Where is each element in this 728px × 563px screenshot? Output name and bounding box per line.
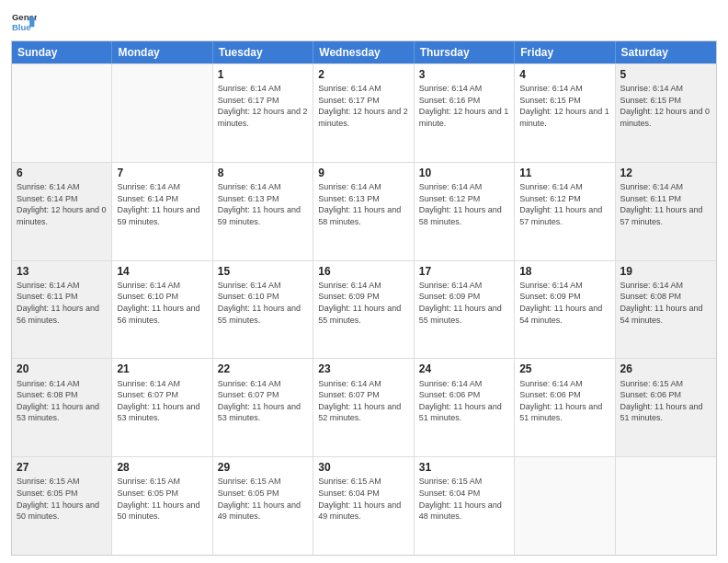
day-header-tuesday: Tuesday bbox=[213, 41, 313, 63]
calendar-cell: 18Sunrise: 6:14 AM Sunset: 6:09 PM Dayli… bbox=[515, 261, 615, 359]
cell-info: Sunrise: 6:14 AM Sunset: 6:08 PM Dayligh… bbox=[17, 378, 107, 424]
day-number: 2 bbox=[318, 67, 408, 82]
calendar-cell: 12Sunrise: 6:14 AM Sunset: 6:11 PM Dayli… bbox=[616, 163, 716, 260]
calendar-cell: 24Sunrise: 6:14 AM Sunset: 6:06 PM Dayli… bbox=[415, 359, 515, 456]
header: General Blue bbox=[11, 9, 717, 35]
cell-info: Sunrise: 6:14 AM Sunset: 6:13 PM Dayligh… bbox=[218, 181, 308, 227]
day-number: 18 bbox=[519, 264, 609, 279]
cell-info: Sunrise: 6:14 AM Sunset: 6:13 PM Dayligh… bbox=[318, 181, 408, 227]
day-header-wednesday: Wednesday bbox=[313, 41, 414, 63]
cell-info: Sunrise: 6:14 AM Sunset: 6:14 PM Dayligh… bbox=[117, 181, 207, 227]
calendar-week-4: 20Sunrise: 6:14 AM Sunset: 6:08 PM Dayli… bbox=[12, 358, 716, 456]
calendar-cell: 21Sunrise: 6:14 AM Sunset: 6:07 PM Dayli… bbox=[112, 359, 212, 456]
calendar-cell: 28Sunrise: 6:15 AM Sunset: 6:05 PM Dayli… bbox=[112, 457, 212, 555]
day-number: 17 bbox=[419, 264, 509, 279]
cell-info: Sunrise: 6:14 AM Sunset: 6:12 PM Dayligh… bbox=[419, 181, 509, 227]
calendar-body: 1Sunrise: 6:14 AM Sunset: 6:17 PM Daylig… bbox=[12, 63, 716, 555]
calendar-cell: 13Sunrise: 6:14 AM Sunset: 6:11 PM Dayli… bbox=[12, 261, 112, 359]
calendar-week-1: 1Sunrise: 6:14 AM Sunset: 6:17 PM Daylig… bbox=[12, 63, 716, 162]
calendar-cell: 4Sunrise: 6:14 AM Sunset: 6:15 PM Daylig… bbox=[515, 64, 615, 162]
calendar-cell: 20Sunrise: 6:14 AM Sunset: 6:08 PM Dayli… bbox=[12, 359, 112, 456]
day-number: 8 bbox=[218, 166, 308, 180]
day-number: 3 bbox=[419, 67, 509, 82]
day-number: 22 bbox=[218, 362, 308, 376]
cell-info: Sunrise: 6:14 AM Sunset: 6:16 PM Dayligh… bbox=[419, 83, 509, 129]
calendar-cell bbox=[616, 457, 716, 555]
day-number: 5 bbox=[620, 67, 711, 82]
calendar-cell: 6Sunrise: 6:14 AM Sunset: 6:14 PM Daylig… bbox=[12, 163, 112, 260]
day-number: 4 bbox=[519, 67, 609, 82]
calendar-cell bbox=[515, 457, 615, 555]
day-number: 10 bbox=[419, 166, 509, 180]
logo: General Blue bbox=[11, 9, 37, 35]
cell-info: Sunrise: 6:14 AM Sunset: 6:09 PM Dayligh… bbox=[519, 280, 609, 326]
day-number: 16 bbox=[318, 264, 408, 279]
cell-info: Sunrise: 6:14 AM Sunset: 6:11 PM Dayligh… bbox=[620, 181, 711, 227]
calendar-cell: 2Sunrise: 6:14 AM Sunset: 6:17 PM Daylig… bbox=[313, 64, 414, 162]
day-header-sunday: Sunday bbox=[12, 41, 112, 63]
calendar-cell: 8Sunrise: 6:14 AM Sunset: 6:13 PM Daylig… bbox=[213, 163, 313, 260]
calendar-cell: 7Sunrise: 6:14 AM Sunset: 6:14 PM Daylig… bbox=[112, 163, 212, 260]
day-number: 27 bbox=[17, 460, 107, 475]
cell-info: Sunrise: 6:14 AM Sunset: 6:12 PM Dayligh… bbox=[519, 181, 609, 227]
calendar-cell: 30Sunrise: 6:15 AM Sunset: 6:04 PM Dayli… bbox=[313, 457, 414, 555]
calendar: SundayMondayTuesdayWednesdayThursdayFrid… bbox=[11, 40, 717, 556]
cell-info: Sunrise: 6:14 AM Sunset: 6:08 PM Dayligh… bbox=[620, 280, 711, 326]
day-header-saturday: Saturday bbox=[616, 41, 716, 63]
calendar-cell: 19Sunrise: 6:14 AM Sunset: 6:08 PM Dayli… bbox=[616, 261, 716, 359]
cell-info: Sunrise: 6:14 AM Sunset: 6:17 PM Dayligh… bbox=[218, 83, 308, 129]
day-number: 7 bbox=[117, 166, 207, 180]
calendar-cell bbox=[112, 64, 212, 162]
cell-info: Sunrise: 6:14 AM Sunset: 6:15 PM Dayligh… bbox=[620, 83, 711, 129]
cell-info: Sunrise: 6:14 AM Sunset: 6:07 PM Dayligh… bbox=[218, 378, 308, 424]
day-number: 9 bbox=[318, 166, 408, 180]
cell-info: Sunrise: 6:15 AM Sunset: 6:04 PM Dayligh… bbox=[419, 476, 509, 522]
calendar-cell: 3Sunrise: 6:14 AM Sunset: 6:16 PM Daylig… bbox=[415, 64, 515, 162]
day-number: 19 bbox=[620, 264, 711, 279]
day-number: 21 bbox=[117, 362, 207, 376]
calendar-cell: 9Sunrise: 6:14 AM Sunset: 6:13 PM Daylig… bbox=[313, 163, 414, 260]
day-number: 13 bbox=[17, 264, 107, 279]
svg-text:Blue: Blue bbox=[12, 22, 31, 32]
day-header-friday: Friday bbox=[515, 41, 615, 63]
calendar-cell: 25Sunrise: 6:14 AM Sunset: 6:06 PM Dayli… bbox=[515, 359, 615, 456]
day-number: 15 bbox=[218, 264, 308, 279]
calendar-cell bbox=[12, 64, 112, 162]
calendar-cell: 15Sunrise: 6:14 AM Sunset: 6:10 PM Dayli… bbox=[213, 261, 313, 359]
cell-info: Sunrise: 6:15 AM Sunset: 6:05 PM Dayligh… bbox=[117, 476, 207, 522]
calendar-cell: 31Sunrise: 6:15 AM Sunset: 6:04 PM Dayli… bbox=[415, 457, 515, 555]
cell-info: Sunrise: 6:15 AM Sunset: 6:05 PM Dayligh… bbox=[17, 476, 107, 522]
day-number: 26 bbox=[620, 362, 711, 376]
day-number: 31 bbox=[419, 460, 509, 475]
cell-info: Sunrise: 6:14 AM Sunset: 6:17 PM Dayligh… bbox=[318, 83, 408, 129]
day-number: 24 bbox=[419, 362, 509, 376]
calendar-cell: 11Sunrise: 6:14 AM Sunset: 6:12 PM Dayli… bbox=[515, 163, 615, 260]
calendar-cell: 22Sunrise: 6:14 AM Sunset: 6:07 PM Dayli… bbox=[213, 359, 313, 456]
calendar-cell: 5Sunrise: 6:14 AM Sunset: 6:15 PM Daylig… bbox=[616, 64, 716, 162]
calendar-week-5: 27Sunrise: 6:15 AM Sunset: 6:05 PM Dayli… bbox=[12, 456, 716, 555]
calendar-cell: 16Sunrise: 6:14 AM Sunset: 6:09 PM Dayli… bbox=[313, 261, 414, 359]
cell-info: Sunrise: 6:15 AM Sunset: 6:06 PM Dayligh… bbox=[620, 378, 711, 424]
cell-info: Sunrise: 6:14 AM Sunset: 6:15 PM Dayligh… bbox=[519, 83, 609, 129]
day-number: 6 bbox=[17, 166, 107, 180]
day-header-monday: Monday bbox=[112, 41, 212, 63]
day-number: 29 bbox=[218, 460, 308, 475]
calendar-cell: 10Sunrise: 6:14 AM Sunset: 6:12 PM Dayli… bbox=[415, 163, 515, 260]
day-number: 25 bbox=[519, 362, 609, 376]
calendar-cell: 14Sunrise: 6:14 AM Sunset: 6:10 PM Dayli… bbox=[112, 261, 212, 359]
calendar-cell: 23Sunrise: 6:14 AM Sunset: 6:07 PM Dayli… bbox=[313, 359, 414, 456]
day-header-thursday: Thursday bbox=[415, 41, 515, 63]
calendar-cell: 17Sunrise: 6:14 AM Sunset: 6:09 PM Dayli… bbox=[415, 261, 515, 359]
calendar-cell: 29Sunrise: 6:15 AM Sunset: 6:05 PM Dayli… bbox=[213, 457, 313, 555]
cell-info: Sunrise: 6:15 AM Sunset: 6:05 PM Dayligh… bbox=[218, 476, 308, 522]
logo-icon: General Blue bbox=[11, 9, 37, 35]
calendar-cell: 1Sunrise: 6:14 AM Sunset: 6:17 PM Daylig… bbox=[213, 64, 313, 162]
calendar-cell: 27Sunrise: 6:15 AM Sunset: 6:05 PM Dayli… bbox=[12, 457, 112, 555]
page: General Blue SundayMondayTuesdayWednesda… bbox=[0, 0, 728, 563]
cell-info: Sunrise: 6:14 AM Sunset: 6:09 PM Dayligh… bbox=[419, 280, 509, 326]
cell-info: Sunrise: 6:14 AM Sunset: 6:07 PM Dayligh… bbox=[117, 378, 207, 424]
day-number: 30 bbox=[318, 460, 408, 475]
calendar-cell: 26Sunrise: 6:15 AM Sunset: 6:06 PM Dayli… bbox=[616, 359, 716, 456]
calendar-header: SundayMondayTuesdayWednesdayThursdayFrid… bbox=[12, 41, 716, 63]
cell-info: Sunrise: 6:14 AM Sunset: 6:10 PM Dayligh… bbox=[117, 280, 207, 326]
